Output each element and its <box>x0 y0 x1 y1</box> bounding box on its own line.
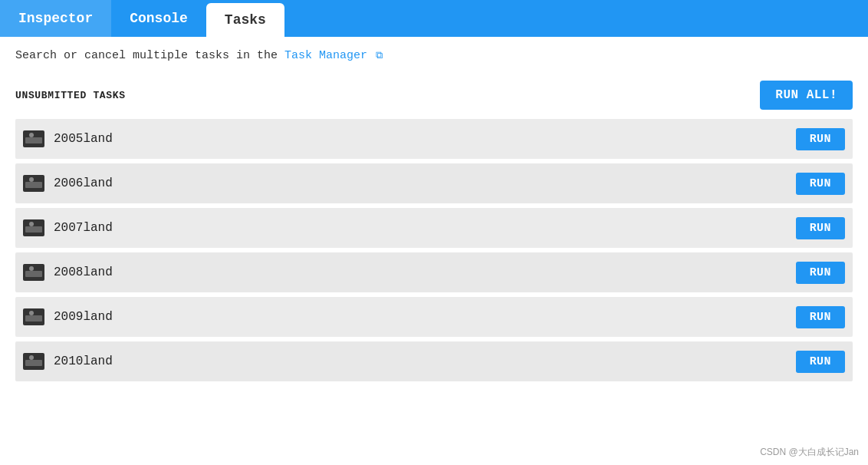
task-image-icon <box>23 219 44 236</box>
tab-console[interactable]: Console <box>111 0 206 37</box>
task-name: 2005land <box>54 132 796 146</box>
task-image-icon <box>23 308 44 325</box>
task-row: 2010landRUN <box>15 341 853 381</box>
task-row: 2009landRUN <box>15 297 853 337</box>
task-list: 2005landRUN2006landRUN2007landRUN2008lan… <box>15 119 853 381</box>
task-row: 2007landRUN <box>15 208 853 248</box>
tab-inspector[interactable]: Inspector <box>0 0 111 37</box>
main-content: Search or cancel multiple tasks in the T… <box>0 37 868 398</box>
task-name: 2008land <box>54 265 796 279</box>
section-title: UNSUBMITTED TASKS <box>15 90 126 101</box>
task-image-icon <box>23 175 44 192</box>
run-all-button[interactable]: RUN ALL! <box>760 81 853 110</box>
tab-bar: Inspector Console Tasks <box>0 0 868 37</box>
task-image-icon <box>23 264 44 281</box>
run-button[interactable]: RUN <box>796 128 845 150</box>
external-link-icon: ⧉ <box>376 50 383 61</box>
watermark: CSDN @大白成长记Jan <box>760 446 859 459</box>
run-button[interactable]: RUN <box>796 173 845 195</box>
run-button[interactable]: RUN <box>796 351 845 373</box>
task-name: 2007land <box>54 221 796 235</box>
run-button[interactable]: RUN <box>796 217 845 239</box>
section-header: UNSUBMITTED TASKS RUN ALL! <box>15 81 853 110</box>
task-row: 2008landRUN <box>15 252 853 292</box>
run-button[interactable]: RUN <box>796 262 845 284</box>
tab-tasks[interactable]: Tasks <box>206 3 284 37</box>
run-button[interactable]: RUN <box>796 306 845 328</box>
task-image-icon <box>23 130 44 147</box>
task-row: 2006landRUN <box>15 163 853 203</box>
task-image-icon <box>23 353 44 370</box>
task-name: 2006land <box>54 176 796 190</box>
task-manager-link[interactable]: Task Manager <box>284 49 367 62</box>
task-name: 2009land <box>54 310 796 324</box>
task-name: 2010land <box>54 355 796 368</box>
search-info-text: Search or cancel multiple tasks in the T… <box>15 49 853 62</box>
task-row: 2005landRUN <box>15 119 853 159</box>
search-info-prefix: Search or cancel multiple tasks in the <box>15 49 284 62</box>
